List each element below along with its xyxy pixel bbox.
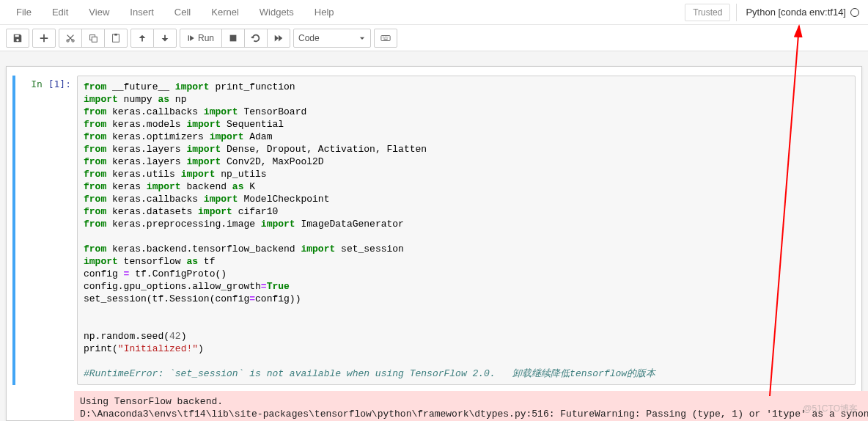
menu-file[interactable]: File [6,1,42,23]
watermark: @51CTO博客 [803,403,858,415]
kernel-indicator[interactable]: Python [conda env:tf14] [743,4,862,21]
notebook-area: In [1]: from __future__ import print_fun… [0,51,868,421]
interrupt-button[interactable] [221,29,245,48]
svg-rect-7 [230,34,237,41]
output-stderr: Using TensorFlow backend. D:\Anaconda3\e… [74,391,868,421]
move-down-button[interactable] [153,29,177,48]
restart-icon [251,33,261,43]
cell-type-label: Code [298,33,320,43]
arrow-down-icon [160,33,170,43]
svg-rect-5 [114,33,117,35]
edit-group [59,29,128,48]
divider [736,4,737,21]
paste-button[interactable] [104,29,128,48]
run-group: Run [180,29,290,48]
cut-icon [65,33,76,43]
run-button[interactable]: Run [180,29,222,48]
fast-forward-icon [273,33,284,43]
menu-cell[interactable]: Cell [164,1,201,23]
copy-button[interactable] [81,29,105,48]
svg-rect-3 [92,37,97,42]
output-area: Using TensorFlow backend. D:\Anaconda3\e… [12,388,856,421]
plus-icon [39,33,49,43]
arrow-up-icon [137,33,147,43]
code-input-area[interactable]: from __future__ import print_function im… [77,76,856,385]
trusted-badge[interactable]: Trusted [685,4,730,21]
menu-insert[interactable]: Insert [119,1,164,23]
copy-icon [88,33,98,43]
code-cell[interactable]: In [1]: from __future__ import print_fun… [12,76,856,385]
code-content: from __future__ import print_function im… [84,81,849,380]
paste-icon [111,33,121,43]
kernel-name: Python [conda env:tf14] [746,7,846,18]
save-icon [12,33,23,43]
cut-button[interactable] [59,29,82,48]
save-button[interactable] [6,29,29,48]
input-prompt: In [1]: [15,76,77,385]
output-prompt [12,388,74,421]
command-palette-button[interactable] [374,29,397,48]
stop-icon [228,33,238,43]
menubar-container: File Edit View Insert Cell Kernel Widget… [0,0,868,25]
prompt-in-label: In [31,78,48,89]
menu-help[interactable]: Help [304,1,345,23]
kernel-status-icon [850,8,859,17]
menu-kernel[interactable]: Kernel [201,1,249,23]
run-icon [188,33,195,43]
cell-type-select[interactable]: Code [293,29,371,48]
svg-rect-6 [188,35,189,41]
restart-run-button[interactable] [267,29,290,48]
run-label: Run [198,33,214,43]
menu-widgets[interactable]: Widgets [249,1,304,23]
add-cell-button[interactable] [32,29,56,48]
menubar-right: Trusted Python [conda env:tf14] [685,4,862,21]
menubar: File Edit View Insert Cell Kernel Widget… [6,1,345,23]
menu-view[interactable]: View [78,1,119,23]
move-group [130,29,177,48]
restart-button[interactable] [244,29,268,48]
menu-edit[interactable]: Edit [42,1,78,23]
chevron-down-icon [358,34,366,42]
keyboard-icon [380,33,391,43]
toolbar: Run Code [0,25,868,51]
move-up-button[interactable] [130,29,154,48]
notebook: In [1]: from __future__ import print_fun… [6,66,862,421]
prompt-number: [1]: [48,78,71,89]
